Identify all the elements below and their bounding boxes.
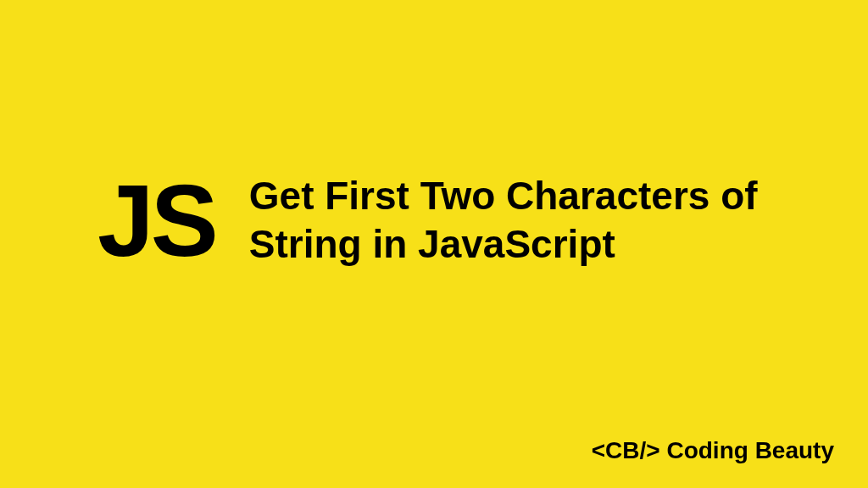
article-title: Get First Two Characters of String in Ja… <box>249 172 792 269</box>
js-logo: JS <box>97 169 215 271</box>
brand-label: <CB/> Coding Beauty <box>592 437 834 464</box>
main-content: JS Get First Two Characters of String in… <box>97 169 792 271</box>
